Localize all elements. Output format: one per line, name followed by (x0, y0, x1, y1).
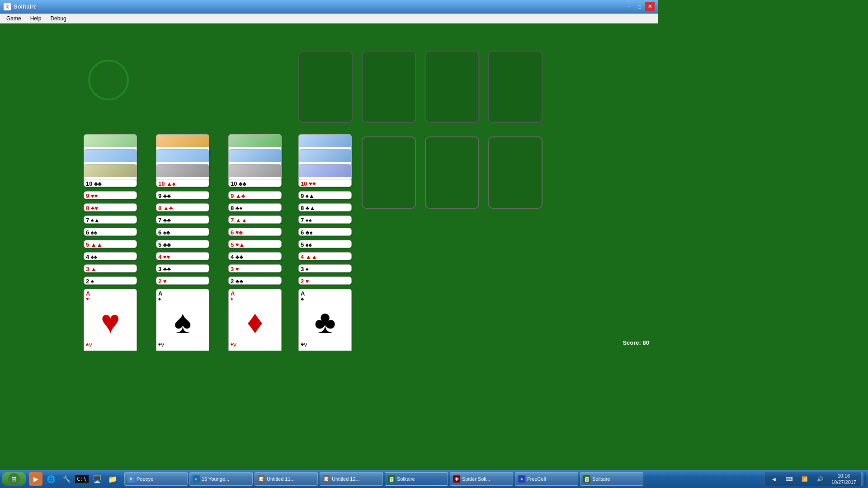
card-5-spades[interactable]: 5 ♣♣ (156, 240, 209, 248)
minimize-button[interactable]: − (624, 2, 634, 11)
close-button[interactable]: ✕ (645, 2, 655, 11)
foundation-slot-2[interactable] (362, 51, 416, 123)
card-5-diamonds[interactable]: 5 ♥▲ (228, 240, 282, 248)
card-6-diamonds[interactable]: 6 ♥♣ (228, 228, 282, 236)
tableau-empty-3[interactable] (488, 136, 542, 209)
card-a-clubs[interactable]: A ♣ ♣ A♣ (298, 289, 352, 351)
card-5-clubs[interactable]: 5 ♠♠ (298, 240, 352, 248)
card-10-diamonds[interactable]: 10 ♣♣ (228, 179, 282, 187)
card-4-diamonds[interactable]: 4 ♣♣ (228, 252, 282, 260)
card-7-diamonds[interactable]: 7 ▲▲ (228, 216, 282, 224)
card-10-hearts[interactable]: 10 ♣♣ (84, 179, 137, 187)
card-9-hearts[interactable]: 9 ♥♥ (84, 191, 137, 199)
menu-game[interactable]: Game (2, 14, 26, 23)
card-2-spades[interactable]: 2 ♥ (156, 277, 209, 285)
card-9-diamonds[interactable]: 9 ▲♣ (228, 191, 282, 199)
card-4-hearts[interactable]: 4 ♠♠ (84, 252, 137, 260)
card-10-spades[interactable]: 10 ▲♠ (156, 179, 209, 187)
score-display: Score: 80 (623, 339, 649, 346)
card-7-spades[interactable]: 7 ♣♣ (156, 216, 209, 224)
menu-bar: Game Help Debug (0, 14, 658, 23)
score-value: Score: 80 (623, 339, 649, 346)
card-3-hearts[interactable]: 3 ▲ (84, 264, 137, 272)
card-4-spades[interactable]: 4 ♥♥ (156, 252, 209, 260)
card-4-clubs[interactable]: 4 ▲▲ (298, 252, 352, 260)
card-8-clubs[interactable]: 8 ♣▲ (298, 203, 352, 211)
card-a-diamonds[interactable]: A ♦ ♦ A♦ (228, 289, 282, 351)
game-area: K ♥ Q ♥ J ♥ 10 ♣♣ 9 ♥♥ 8 ♣♥ 7 ♠▲ 6 ♠♠ (0, 23, 658, 351)
stock-pile[interactable] (88, 60, 129, 100)
card-3-clubs[interactable]: 3 ♠ (298, 264, 352, 272)
card-7-clubs[interactable]: 7 ♠♠ (298, 216, 352, 224)
card-2-clubs[interactable]: 2 ♥ (298, 277, 352, 285)
menu-debug[interactable]: Debug (46, 14, 71, 23)
foundation-slot-3[interactable] (425, 51, 479, 123)
window-title: Solitaire (14, 3, 623, 10)
card-9-clubs[interactable]: 9 ♠▲ (298, 191, 352, 199)
card-6-clubs[interactable]: 6 ♣♠ (298, 228, 352, 236)
card-2-hearts[interactable]: 2 ♠ (84, 277, 137, 285)
card-6-spades[interactable]: 6 ♠♣ (156, 228, 209, 236)
card-8-spades[interactable]: 8 ▲♣ (156, 203, 209, 211)
title-bar: 🃏 Solitaire − □ ✕ (0, 0, 658, 14)
card-3-diamonds[interactable]: 3 ♥ (228, 264, 282, 272)
card-10-clubs[interactable]: 10 ♥♥ (298, 179, 352, 187)
restore-button[interactable]: □ (635, 2, 644, 11)
card-a-spades[interactable]: A ♠ ♠ A♠ (156, 289, 209, 351)
card-a-hearts[interactable]: A ♥ ♥ A♥ (84, 289, 137, 351)
tableau-empty-1[interactable] (362, 136, 416, 209)
foundation-slot-1[interactable] (298, 51, 353, 123)
card-7-hearts[interactable]: 7 ♠▲ (84, 216, 137, 224)
foundation-slot-4[interactable] (488, 51, 542, 123)
card-2-diamonds[interactable]: 2 ♣♣ (228, 277, 282, 285)
card-3-spades[interactable]: 3 ♣♣ (156, 264, 209, 272)
app-icon: 🃏 (4, 3, 11, 10)
card-9-spades[interactable]: 9 ♣♣ (156, 191, 209, 199)
tableau-empty-2[interactable] (425, 136, 479, 209)
card-5-hearts[interactable]: 5 ▲▲ (84, 240, 137, 248)
card-6-hearts[interactable]: 6 ♠♠ (84, 228, 137, 236)
card-8-hearts[interactable]: 8 ♣♥ (84, 203, 137, 211)
menu-help[interactable]: Help (26, 14, 46, 23)
card-8-diamonds[interactable]: 8 ♣♠ (228, 203, 282, 211)
